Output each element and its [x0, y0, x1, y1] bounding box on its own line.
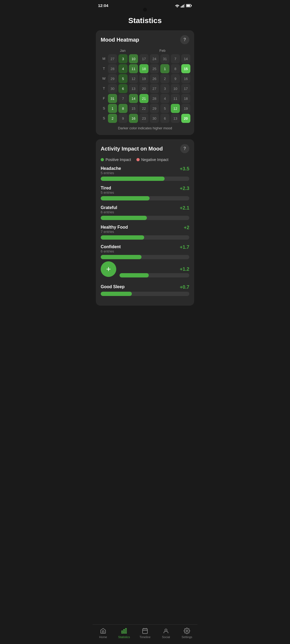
- jan-label: Jan: [118, 49, 127, 53]
- heatmap-cell-6-1: 9: [118, 114, 128, 123]
- heatmap-cell-2-2: 12: [129, 74, 138, 83]
- heatmap-grid: M27310172431714T2841118251815W2951219262…: [101, 54, 189, 123]
- activity-item-3: Healthy Food7 entries+2: [101, 225, 189, 240]
- activity-bar-fill-4: [101, 255, 142, 259]
- day-label-5: S: [101, 104, 107, 113]
- heatmap-help-button[interactable]: ?: [180, 35, 189, 44]
- heatmap-cell-2-4: 26: [150, 74, 159, 83]
- status-icons: [175, 4, 192, 8]
- activity-bar-bg-6: [101, 292, 189, 296]
- activity-entries-0: 5 entries: [101, 171, 121, 175]
- activity-score-6: +0.7: [180, 284, 189, 290]
- heatmap-cell-3-6: 10: [171, 84, 180, 93]
- heatmap-cell-6-7: 20: [181, 114, 190, 123]
- heatmap-cell-4-1: 7: [118, 94, 128, 103]
- heatmap-cell-6-0: 2: [108, 114, 117, 123]
- activity-bar-bg-0: [101, 177, 189, 181]
- svg-rect-6: [187, 5, 190, 6]
- heatmap-cell-1-0: 28: [108, 64, 117, 73]
- heatmap-title: Mood Heatmap: [101, 37, 139, 43]
- activity-impact-card: Activity Impact on Mood ? Positive Impac…: [96, 139, 194, 306]
- jan-spacer: [108, 49, 117, 53]
- jan-fill1: [128, 49, 137, 53]
- positive-legend: Positive Impact: [101, 158, 131, 162]
- heatmap-cell-6-3: 23: [139, 114, 148, 123]
- activity-score-3: +2: [184, 225, 189, 230]
- heatmap-cell-3-1: 6: [118, 84, 128, 93]
- card-header-activity: Activity Impact on Mood ?: [101, 144, 189, 153]
- heatmap-cell-4-3: 21: [139, 94, 148, 103]
- activity-entries-1: 5 entries: [101, 191, 114, 195]
- activities-list: Headache5 entries+3.5Tired5 entries+2.3G…: [101, 166, 189, 296]
- activity-bar-fill-6: [101, 292, 132, 296]
- day-label-0: M: [101, 54, 107, 63]
- activity-name-3: Healthy Food: [101, 225, 128, 230]
- day-label-4: F: [101, 94, 107, 103]
- activity-name-6: Good Sleep: [101, 284, 125, 289]
- heatmap-cell-2-6: 9: [171, 74, 180, 83]
- status-time: 12:04: [98, 3, 108, 8]
- battery-icon: [186, 4, 192, 7]
- activity-name-2: Grateful: [101, 205, 117, 210]
- feb-fill2: [178, 49, 187, 53]
- activity-bar-bg-2: [101, 216, 189, 220]
- heatmap-cell-1-3: 18: [139, 64, 148, 73]
- mood-heatmap-card: Mood Heatmap ? Jan Feb M27310172431714T2…: [96, 30, 194, 135]
- activity-entries-3: 7 entries: [101, 230, 128, 234]
- activity-bar-container-fab: +1.2: [119, 266, 189, 277]
- heatmap-cell-1-6: 8: [171, 64, 180, 73]
- activity-name-0: Headache: [101, 166, 121, 171]
- activity-item-fab: ++1.2: [101, 264, 189, 280]
- activity-name-4: Confident: [101, 244, 121, 249]
- activity-bar-fill-1: [101, 196, 150, 200]
- heatmap-cell-2-5: 2: [160, 74, 169, 83]
- day-label-6: S: [101, 114, 107, 123]
- positive-label: Positive Impact: [106, 158, 131, 162]
- heatmap-cell-4-2: 14: [129, 94, 138, 103]
- day-label-1: T: [101, 64, 107, 73]
- activity-help-button[interactable]: ?: [180, 144, 189, 153]
- heatmap-cell-0-0: 27: [108, 54, 117, 63]
- activity-item-0: Headache5 entries+3.5: [101, 166, 189, 181]
- heatmap-cell-6-2: 16: [129, 114, 138, 123]
- activity-bar-bg-3: [101, 235, 189, 240]
- heatmap-cell-1-7: 15: [181, 64, 190, 73]
- svg-rect-3: [184, 4, 185, 8]
- heatmap-legend: Darker color indicates higher mood: [101, 126, 189, 130]
- heatmap-cell-5-1: 8: [118, 104, 128, 113]
- heatmap-cell-0-2: 10: [129, 54, 138, 63]
- content-area: Mood Heatmap ? Jan Feb M27310172431714T2…: [93, 30, 197, 334]
- activity-score-2: +2.1: [180, 205, 189, 211]
- activity-item-4: Confident6 entries+1.7: [101, 244, 189, 259]
- heatmap-cell-5-3: 22: [139, 104, 148, 113]
- heatmap-cell-3-2: 13: [129, 84, 138, 93]
- heatmap-cell-5-2: 15: [129, 104, 138, 113]
- day-label-2: W: [101, 74, 107, 83]
- feb-fill1: [168, 49, 177, 53]
- activity-title: Activity Impact on Mood: [101, 146, 163, 152]
- activity-bar-fill-3: [101, 235, 144, 240]
- activity-entries-2: 6 entries: [101, 210, 117, 214]
- heatmap-cell-2-0: 29: [108, 74, 117, 83]
- heatmap-cell-2-7: 16: [181, 74, 190, 83]
- heatmap-cell-2-3: 19: [139, 74, 148, 83]
- heatmap-cell-6-5: 6: [160, 114, 169, 123]
- activity-bar-fill-0: [101, 177, 165, 181]
- heatmap-cell-1-1: 4: [118, 64, 128, 73]
- activity-score-fab: +1.2: [180, 266, 189, 272]
- heatmap-cell-6-6: 13: [171, 114, 180, 123]
- day-label-3: T: [101, 84, 107, 93]
- activity-item-1: Tired5 entries+2.3: [101, 186, 189, 200]
- heatmap-cell-2-1: 5: [118, 74, 128, 83]
- jan-fill3: [148, 49, 157, 53]
- heatmap-cell-0-7: 14: [181, 54, 190, 63]
- heatmap-cell-5-6: 12: [171, 104, 180, 113]
- heatmap-cell-3-3: 20: [139, 84, 148, 93]
- svg-rect-5: [191, 5, 192, 6]
- add-activity-fab[interactable]: +: [101, 261, 116, 277]
- heatmap-cell-5-5: 5: [160, 104, 169, 113]
- heatmap-cell-6-4: 30: [150, 114, 159, 123]
- heatmap-cell-4-5: 4: [160, 94, 169, 103]
- activity-legend: Positive Impact Negative Impact: [101, 158, 189, 162]
- activity-entries-4: 6 entries: [101, 249, 121, 253]
